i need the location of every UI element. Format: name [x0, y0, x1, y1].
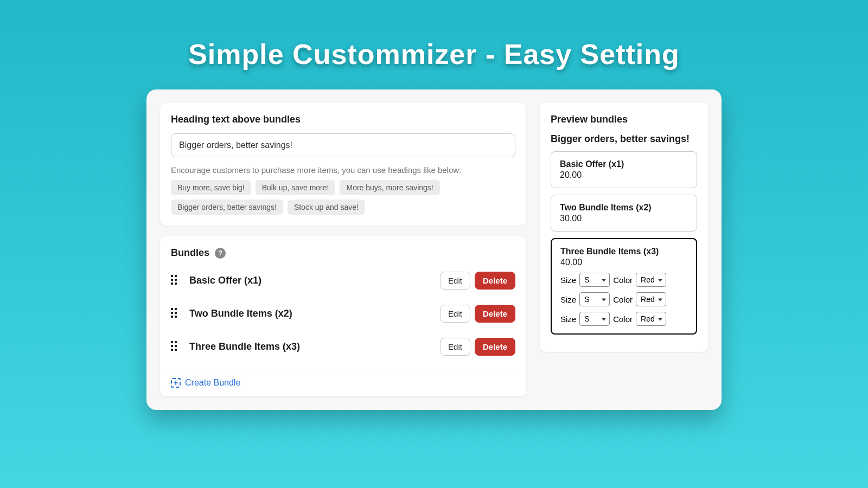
- delete-button[interactable]: Delete: [475, 305, 515, 323]
- edit-button[interactable]: Edit: [440, 272, 470, 290]
- size-select[interactable]: S: [579, 292, 610, 306]
- color-select[interactable]: Red: [636, 292, 666, 306]
- heading-text-input[interactable]: [171, 133, 515, 157]
- preview-bundle-name: Basic Offer (x1): [560, 159, 688, 169]
- bundle-list: Basic Offer (x1)EditDeleteTwo Bundle Ite…: [171, 264, 515, 363]
- variant-option-row: SizeSColorRed: [560, 273, 687, 287]
- preview-bundle-card[interactable]: Two Bundle Items (x2)30.00: [551, 195, 697, 232]
- size-label: Size: [560, 295, 576, 304]
- bundles-card: Bundles ? Basic Offer (x1)EditDeleteTwo …: [160, 236, 526, 396]
- preview-bundle-price: 40.00: [560, 258, 687, 267]
- suggestion-pill[interactable]: Bulk up, save more!: [256, 180, 336, 195]
- bundle-row: Basic Offer (x1)EditDelete: [171, 264, 515, 297]
- delete-button[interactable]: Delete: [475, 272, 515, 290]
- suggestion-pill-row: Buy more, save big!Bulk up, save more!Mo…: [171, 180, 515, 215]
- bundle-name: Two Bundle Items (x2): [189, 308, 440, 319]
- preview-bundle-card[interactable]: Basic Offer (x1)20.00: [551, 151, 697, 188]
- edit-button[interactable]: Edit: [440, 338, 470, 356]
- preview-list: Basic Offer (x1)20.00Two Bundle Items (x…: [551, 151, 697, 335]
- preview-bundle-name: Two Bundle Items (x2): [560, 203, 688, 213]
- preview-bundle-name: Three Bundle Items (x3): [560, 247, 687, 256]
- drag-handle-icon[interactable]: [171, 275, 180, 287]
- size-select[interactable]: S: [579, 312, 610, 326]
- edit-button[interactable]: Edit: [440, 305, 470, 323]
- variant-option-row: SizeSColorRed: [560, 292, 687, 306]
- hero-title: Simple Custommizer - Easy Setting: [0, 38, 868, 70]
- drag-handle-icon[interactable]: [171, 341, 180, 353]
- bundle-row: Three Bundle Items (x3)EditDelete: [171, 330, 515, 363]
- preview-card-container: Preview bundles Bigger orders, better sa…: [540, 103, 708, 352]
- drag-handle-icon[interactable]: [171, 308, 180, 320]
- color-select[interactable]: Red: [636, 273, 666, 287]
- suggestion-pill[interactable]: Bigger orders, better savings!: [171, 200, 283, 215]
- delete-button[interactable]: Delete: [475, 338, 515, 356]
- bundle-name: Basic Offer (x1): [189, 275, 440, 286]
- suggestion-pill[interactable]: Stock up and save!: [288, 200, 365, 215]
- suggestion-pill[interactable]: More buys, more savings!: [340, 180, 439, 195]
- heading-helper-text: Encourage customers to purchase more ite…: [171, 165, 515, 175]
- size-label: Size: [560, 314, 576, 324]
- help-icon[interactable]: ?: [215, 248, 226, 259]
- bundles-title: Bundles: [171, 247, 209, 259]
- bundle-name: Three Bundle Items (x3): [189, 341, 440, 352]
- size-label: Size: [560, 275, 576, 285]
- heading-text-card: Heading text above bundles Encourage cus…: [160, 103, 526, 226]
- preview-bundle-price: 30.00: [560, 214, 688, 223]
- right-column: Preview bundles Bigger orders, better sa…: [540, 103, 708, 396]
- suggestion-pill[interactable]: Buy more, save big!: [171, 180, 251, 195]
- bundle-row: Two Bundle Items (x2)EditDelete: [171, 297, 515, 330]
- preview-title: Preview bundles: [551, 114, 697, 125]
- preview-heading-text: Bigger orders, better savings!: [551, 133, 697, 145]
- color-label: Color: [613, 314, 633, 324]
- create-bundle-label: Create Bundle: [185, 378, 240, 388]
- create-bundle-button[interactable]: + Create Bundle: [171, 378, 240, 388]
- left-column: Heading text above bundles Encourage cus…: [160, 103, 526, 396]
- heading-text-title: Heading text above bundles: [171, 114, 515, 125]
- color-select[interactable]: Red: [636, 312, 666, 326]
- preview-bundle-price: 20.00: [560, 170, 688, 180]
- color-label: Color: [613, 295, 633, 304]
- app-shell: Heading text above bundles Encourage cus…: [146, 89, 722, 410]
- plus-dashed-icon: +: [171, 378, 181, 388]
- preview-bundle-card[interactable]: Three Bundle Items (x3)40.00SizeSColorRe…: [551, 238, 697, 335]
- color-label: Color: [613, 275, 633, 285]
- variant-option-row: SizeSColorRed: [560, 312, 687, 326]
- size-select[interactable]: S: [579, 273, 610, 287]
